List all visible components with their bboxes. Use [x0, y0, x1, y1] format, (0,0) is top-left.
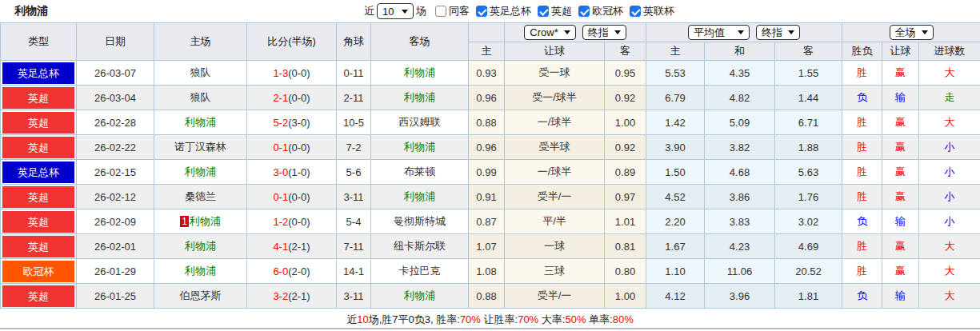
- date-cell: 26-02-22: [77, 135, 154, 160]
- chevron-down-icon: [614, 30, 621, 34]
- bookmaker-select[interactable]: Crow*: [524, 25, 575, 40]
- handicap-result-cell: 赢: [882, 259, 919, 284]
- asian-odds-time-select[interactable]: 终指: [582, 25, 626, 40]
- result-cell: 胜: [842, 135, 882, 160]
- summary-segment: 场,胜7平0负3, 胜率:: [369, 313, 460, 325]
- filter-英足总杯[interactable]: 英足总杯: [470, 4, 531, 18]
- corners-cell: 3-11: [337, 284, 371, 309]
- corners-cell: 10-5: [337, 110, 371, 135]
- league-badge: 英超: [2, 186, 74, 208]
- league-badge: 英超: [2, 236, 74, 257]
- home-team-cell: 利物浦: [154, 110, 247, 135]
- handicap-cell: 一球: [505, 234, 605, 259]
- checkbox-checked-icon[interactable]: [476, 6, 487, 17]
- summary-segment: 让胜率:: [481, 313, 518, 325]
- home-team-cell: 利物浦: [154, 234, 247, 259]
- avg-away-odds-cell: 4.69: [775, 234, 842, 259]
- league-badge: 英足总杯: [2, 162, 74, 183]
- filter-英超[interactable]: 英超: [531, 4, 572, 18]
- league-badge: 英超: [2, 112, 74, 134]
- asian-home-odds-cell: 0.99: [469, 160, 505, 185]
- subheader-avg-away: 客: [775, 42, 842, 61]
- avg-away-odds-cell: 1.88: [775, 135, 842, 160]
- scope-select[interactable]: 全场: [890, 25, 934, 40]
- asian-away-odds-cell: 0.81: [605, 234, 646, 259]
- avg-draw-odds-cell: 4.68: [705, 160, 775, 185]
- score-cell: 3-0(1-0): [247, 160, 337, 185]
- checkbox-checked-icon[interactable]: [630, 6, 641, 17]
- europe-odds-header: 平均值 终指: [646, 23, 842, 42]
- asian-home-odds-cell: 1.08: [469, 259, 505, 284]
- summary-segment: 70%: [460, 313, 481, 325]
- goals-result-cell: 走: [919, 86, 980, 110]
- league-badge: 英超: [2, 87, 74, 109]
- summary-segment: 80%: [613, 313, 634, 325]
- asian-home-odds-cell: 0.88: [469, 110, 505, 135]
- avg-home-odds-cell: 2.20: [646, 209, 705, 234]
- result-cell: 胜: [842, 185, 882, 209]
- avg-home-odds-cell: 1.10: [646, 259, 705, 284]
- corners-cell: 2-11: [337, 86, 371, 110]
- date-cell: 26-02-15: [77, 160, 154, 185]
- score-cell: 3-2(2-1): [247, 284, 337, 309]
- asian-home-odds-cell: 0.93: [469, 61, 505, 86]
- handicap-result-cell: 赢: [882, 61, 919, 86]
- filter-label[interactable]: 英超: [551, 4, 572, 18]
- asian-away-odds-cell: 0.92: [605, 135, 646, 160]
- col-header-score: 比分(半场): [247, 23, 337, 61]
- subheader-asian-home: 主: [469, 42, 505, 61]
- asian-home-odds-cell: 0.88: [469, 284, 505, 309]
- asian-away-odds-cell: 1.00: [605, 110, 646, 135]
- avg-home-odds-cell: 3.90: [646, 135, 705, 160]
- europe-odds-time-select[interactable]: 终指: [756, 25, 800, 40]
- topbar: 利物浦 近 10 场 同客英足总杯英超欧冠杯英联杯: [0, 0, 980, 22]
- avg-draw-odds-cell: 4.35: [705, 61, 775, 86]
- score-cell: 5-2(3-0): [247, 110, 337, 135]
- asian-home-odds-cell: 0.96: [469, 135, 505, 160]
- result-cell: 胜: [842, 259, 882, 284]
- filter-label[interactable]: 欧冠杯: [592, 4, 623, 18]
- summary-bar: 近10场,胜7平0负3, 胜率:70% 让胜率:70% 大率:50% 单率:80…: [0, 309, 980, 331]
- handicap-cell: 受一球: [505, 61, 605, 86]
- filter-同客[interactable]: 同客: [429, 4, 470, 18]
- asian-home-odds-cell: 0.96: [469, 86, 505, 110]
- corners-cell: 0-11: [337, 61, 371, 86]
- date-cell: 26-03-04: [77, 86, 154, 110]
- matches-count-select[interactable]: 10: [377, 3, 414, 19]
- league-cell: 英超: [1, 135, 77, 160]
- avg-home-odds-cell: 1.67: [646, 234, 705, 259]
- checkbox-unchecked-icon[interactable]: [435, 6, 446, 17]
- filter-label[interactable]: 同客: [449, 4, 470, 18]
- avg-draw-odds-cell: 3.83: [705, 209, 775, 234]
- date-cell: 26-01-29: [77, 259, 154, 284]
- chevron-down-icon: [402, 10, 408, 14]
- checkbox-checked-icon[interactable]: [538, 6, 549, 17]
- subheader-handicap: 让球: [505, 42, 605, 61]
- filter-欧冠杯[interactable]: 欧冠杯: [572, 4, 623, 18]
- subheader-asian-away: 客: [605, 42, 646, 61]
- filter-英联杯[interactable]: 英联杯: [623, 4, 674, 18]
- result-header: 全场: [842, 23, 980, 42]
- match-history-panel: 利物浦 近 10 场 同客英足总杯英超欧冠杯英联杯 类型 日期 主场 比分(半场…: [0, 0, 980, 331]
- asian-away-odds-cell: 0.97: [605, 185, 646, 209]
- avg-home-odds-cell: 6.79: [646, 86, 705, 110]
- summary-segment: 10: [357, 313, 368, 325]
- score-cell: 1-2(0-0): [247, 209, 337, 234]
- filter-label[interactable]: 英足总杯: [490, 4, 531, 18]
- col-header-away: 客场: [371, 23, 469, 61]
- avg-draw-odds-cell: 3.96: [705, 284, 775, 309]
- asian-home-odds-cell: 1.07: [469, 234, 505, 259]
- home-team-cell: 狼队: [154, 61, 247, 86]
- date-cell: 26-02-09: [77, 209, 154, 234]
- match-rows: 英足总杯26-03-07狼队1-3(0-0)0-11利物浦0.93受一球0.95…: [1, 61, 980, 309]
- asian-home-odds-cell: 0.91: [469, 185, 505, 209]
- asian-odds-header: Crow* 终指: [505, 23, 646, 42]
- asian-away-odds-cell: 0.89: [605, 160, 646, 185]
- filter-label[interactable]: 英联杯: [643, 4, 674, 18]
- avg-draw-odds-cell: 5.09: [705, 110, 775, 135]
- avg-draw-odds-cell: 4.82: [705, 86, 775, 110]
- goals-result-cell: 大: [919, 259, 980, 284]
- europe-avg-select[interactable]: 平均值: [688, 25, 750, 40]
- checkbox-checked-icon[interactable]: [578, 6, 590, 17]
- handicap-result-cell: 赢: [882, 160, 919, 185]
